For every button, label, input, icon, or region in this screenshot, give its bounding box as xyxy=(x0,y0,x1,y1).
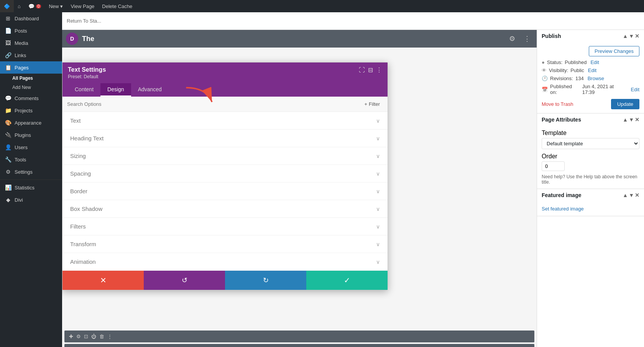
delete-cache-topbar-item[interactable]: Delete Cache xyxy=(98,0,136,12)
status-icon: ● xyxy=(542,59,545,65)
sidebar-label-media: Media xyxy=(15,40,28,46)
users-icon: 👤 xyxy=(5,144,12,150)
chevron-down-icon: ▼ xyxy=(629,33,634,39)
tab-content[interactable]: Content xyxy=(68,83,100,97)
media-icon: 🖼 xyxy=(5,40,12,46)
section-heading-text-label: Heading Text xyxy=(70,135,104,141)
order-label: Order xyxy=(542,153,557,160)
page-attributes-header[interactable]: Page Attributes ▲ ▼ ✕ xyxy=(537,113,644,126)
cancel-button[interactable]: ✕ xyxy=(62,271,144,290)
page-editor-header: Return To Sta... xyxy=(62,12,644,30)
section-sizing[interactable]: Sizing ∨ xyxy=(62,147,388,165)
publish-box-content: Preview Changes ● Status: Published Edit… xyxy=(537,42,644,113)
divi-dots-icon[interactable]: ⋮ xyxy=(521,33,533,44)
published-on-row: 📅 Published on: Jun 4, 2021 at 17:39 Edi… xyxy=(542,84,639,95)
publish-box-header[interactable]: Publish ▲ ▼ ✕ xyxy=(537,30,644,42)
sidebar-item-divi[interactable]: ◆ Divi xyxy=(0,194,62,206)
sidebar-item-appearance[interactable]: 🎨 Appearance xyxy=(0,117,62,129)
save-button[interactable]: ✓ xyxy=(306,271,388,290)
section-transform[interactable]: Transform ∨ xyxy=(62,235,388,253)
section-heading-text-chevron-icon: ∨ xyxy=(376,135,380,141)
published-label: Published on: xyxy=(550,84,580,95)
wp-logo-topbar[interactable]: 🔷 xyxy=(0,0,14,12)
row-add-icon[interactable]: ✚ xyxy=(69,334,73,339)
tab-design[interactable]: Design xyxy=(100,83,131,97)
sidebar-sub-add-new[interactable]: Add New xyxy=(0,83,62,92)
status-label: Status: xyxy=(547,59,562,65)
sidebar-item-settings[interactable]: ⚙ Settings xyxy=(0,166,62,178)
sidebar-item-statistics[interactable]: 📊 Statistics xyxy=(0,181,62,194)
sidebar-item-pages[interactable]: 📋 Pages xyxy=(0,61,62,74)
featured-image-title: Featured image xyxy=(542,192,581,198)
panel-fullscreen-icon[interactable]: ⛶ xyxy=(359,67,365,74)
preview-changes-button[interactable]: Preview Changes xyxy=(589,46,639,56)
sidebar-label-plugins: Plugins xyxy=(15,132,31,138)
comments-topbar-item[interactable]: 💬 0 xyxy=(25,0,45,12)
filter-plus-icon: + xyxy=(365,101,368,107)
sidebar-label-tools: Tools xyxy=(15,157,26,163)
status-edit-link[interactable]: Edit xyxy=(590,59,599,65)
tab-advanced[interactable]: Advanced xyxy=(131,83,169,97)
sidebar-item-links[interactable]: 🔗 Links xyxy=(0,49,62,61)
section-filters[interactable]: Filters ∨ xyxy=(62,218,388,235)
divi-canvas-content: Text Settings Preset: Default ⛶ ⊟ ⋮ Cont… xyxy=(62,48,537,347)
revisions-browse-link[interactable]: Browse xyxy=(588,76,604,81)
sidebar-item-comments[interactable]: 💬 Comments xyxy=(0,92,62,104)
home-topbar-item[interactable]: ⌂ xyxy=(14,0,25,12)
redo-button[interactable]: ↻ xyxy=(225,271,306,290)
row-more-icon[interactable]: ⋮ xyxy=(107,334,112,339)
visibility-edit-link[interactable]: Edit xyxy=(588,67,596,73)
published-edit-link[interactable]: Edit xyxy=(631,87,639,92)
section-box-shadow-label: Box Shadow xyxy=(70,206,102,212)
featured-image-header[interactable]: Featured image ▲ ▼ ✕ xyxy=(537,189,644,201)
move-to-trash-link[interactable]: Move to Trash xyxy=(542,101,573,107)
section-text[interactable]: Text ∨ xyxy=(62,112,388,130)
row-duplicate-icon[interactable]: ⊡ xyxy=(84,334,88,339)
settings-icon: ⚙ xyxy=(5,169,12,175)
chevron-up-icon: ▲ xyxy=(623,33,628,39)
filter-button[interactable]: + Filter xyxy=(361,100,383,109)
sidebar-sub-all-pages[interactable]: All Pages xyxy=(0,74,62,83)
sidebar-item-dashboard[interactable]: ⊞ Dashboard xyxy=(0,12,62,25)
section-animation[interactable]: Animation ∨ xyxy=(62,253,388,271)
delete-cache-label: Delete Cache xyxy=(102,3,132,9)
admin-sidebar: ⊞ Dashboard 📄 Posts 🖼 Media 🔗 Links 📋 Pa… xyxy=(0,12,62,347)
row-delete-icon[interactable]: 🗑 xyxy=(99,334,104,339)
undo-button[interactable]: ↺ xyxy=(144,271,225,290)
dashboard-icon: ⊞ xyxy=(5,15,12,21)
section-box-shadow[interactable]: Box Shadow ∨ xyxy=(62,200,388,218)
sidebar-item-plugins[interactable]: 🔌 Plugins xyxy=(0,129,62,141)
template-select[interactable]: Default template xyxy=(542,138,639,149)
section-spacing[interactable]: Spacing ∨ xyxy=(62,165,388,183)
return-link[interactable]: Return To Sta... xyxy=(67,18,101,24)
search-options-input[interactable] xyxy=(67,101,358,107)
section-heading-text[interactable]: Heading Text ∨ xyxy=(62,130,388,147)
view-page-topbar-item[interactable]: View Page xyxy=(67,0,98,12)
section-box-shadow-chevron-icon: ∨ xyxy=(376,206,380,212)
panel-layout-icon[interactable]: ⊟ xyxy=(368,66,373,74)
set-featured-image-link[interactable]: Set featured image xyxy=(542,206,584,212)
save-icon: ✓ xyxy=(344,276,350,285)
divi-gear-icon[interactable]: ⚙ xyxy=(507,33,518,44)
sidebar-item-media[interactable]: 🖼 Media xyxy=(0,37,62,49)
featured-image-box: Featured image ▲ ▼ ✕ Set featured image xyxy=(537,189,644,216)
canvas-row-bar-1: ✚ ⚙ ⊡ ⏻ 🗑 ⋮ xyxy=(64,331,534,342)
sidebar-label-posts: Posts xyxy=(15,28,27,34)
divi-area: D The ⚙ ⋮ xyxy=(62,30,644,347)
row-disable-icon[interactable]: ⏻ xyxy=(91,334,96,339)
help-text: Need help? Use the Help tab above the sc… xyxy=(542,174,639,185)
update-button[interactable]: Update xyxy=(611,99,639,109)
visibility-row: 👁 Visibility: Public Edit xyxy=(542,67,639,73)
sidebar-label-divi: Divi xyxy=(15,197,23,203)
status-value: Published xyxy=(565,59,586,65)
canvas-row-bar-2: ✚ ⚙ ⊡ ⏻ 🗑 ⋮ xyxy=(64,344,534,347)
row-settings-icon[interactable]: ⚙ xyxy=(76,334,81,339)
sidebar-item-projects[interactable]: 📁 Projects xyxy=(0,104,62,117)
panel-more-icon[interactable]: ⋮ xyxy=(376,66,382,74)
section-border[interactable]: Border ∨ xyxy=(62,183,388,200)
sidebar-item-posts[interactable]: 📄 Posts xyxy=(0,25,62,37)
order-input[interactable] xyxy=(542,161,565,171)
sidebar-item-users[interactable]: 👤 Users xyxy=(0,141,62,153)
new-topbar-item[interactable]: New ▾ xyxy=(45,0,67,12)
sidebar-item-tools[interactable]: 🔧 Tools xyxy=(0,153,62,166)
